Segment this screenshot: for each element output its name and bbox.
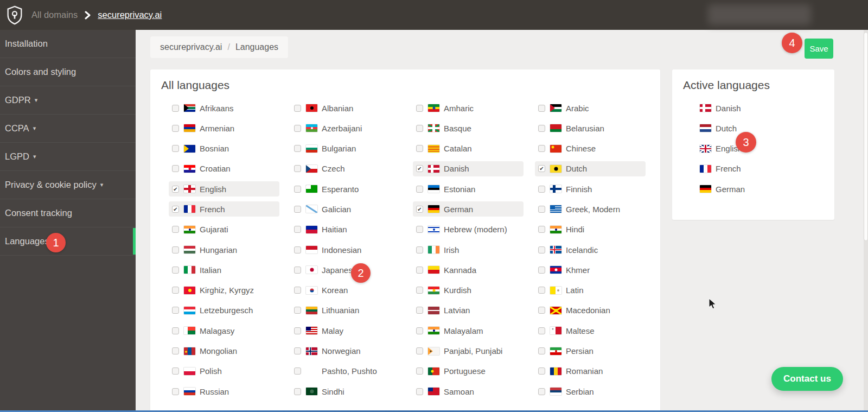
language-row[interactable]: Japanese [291, 262, 401, 277]
language-row[interactable]: Indonesian [291, 242, 401, 257]
language-checkbox[interactable] [538, 367, 545, 375]
language-row[interactable]: Bulgarian [291, 141, 401, 156]
language-row[interactable]: Sindhi [291, 384, 401, 399]
language-row[interactable]: Letzeburgesch [169, 303, 279, 318]
language-checkbox[interactable] [416, 105, 423, 112]
language-row[interactable]: Galician [291, 201, 401, 217]
sidebar-item-installation[interactable]: Installation [0, 30, 136, 58]
language-checkbox[interactable] [538, 125, 545, 132]
language-row[interactable]: Samoan [413, 384, 524, 399]
language-row[interactable]: Chinese [535, 141, 646, 156]
language-row[interactable]: Irish [413, 242, 524, 257]
language-row[interactable]: Kannada [413, 262, 524, 277]
language-row[interactable]: Malay [291, 323, 401, 338]
language-row[interactable]: Korean [291, 283, 401, 298]
language-checkbox[interactable] [538, 388, 545, 395]
breadcrumb-page[interactable]: Languages [235, 42, 278, 52]
language-checkbox[interactable] [172, 145, 179, 152]
language-row[interactable]: Russian [169, 384, 279, 399]
language-checkbox[interactable] [294, 388, 301, 395]
language-row[interactable]: Kirghiz, Kyrgyz [169, 283, 279, 298]
language-checkbox[interactable] [538, 145, 545, 152]
language-checkbox[interactable] [294, 327, 301, 334]
language-checkbox[interactable] [538, 186, 545, 193]
scrollbar-thumb[interactable] [864, 32, 868, 241]
language-row[interactable]: Mongolian [169, 344, 279, 359]
language-checkbox[interactable] [172, 267, 179, 274]
language-checkbox[interactable] [294, 246, 301, 253]
language-row[interactable]: Persian [535, 344, 646, 359]
language-checkbox[interactable] [416, 246, 423, 253]
language-row[interactable]: Serbian [535, 384, 646, 399]
language-row[interactable]: ✔Danish [413, 161, 524, 176]
language-row[interactable]: ✔Dutch [535, 161, 646, 176]
language-checkbox[interactable] [416, 145, 423, 152]
shield-lock-logo-icon[interactable] [4, 5, 25, 26]
language-row[interactable]: Azerbaijani [291, 121, 401, 136]
sidebar-item-ccpa[interactable]: CCPA▾ [0, 115, 136, 143]
language-checkbox[interactable] [538, 226, 545, 233]
language-row[interactable]: Catalan [413, 141, 524, 156]
language-checkbox[interactable] [294, 165, 301, 172]
language-checkbox[interactable] [172, 347, 179, 354]
language-row[interactable]: Italian [169, 262, 279, 277]
language-row[interactable]: Hebrew (modern) [413, 222, 524, 237]
language-checkbox[interactable] [538, 267, 545, 274]
language-checkbox[interactable] [416, 367, 423, 375]
language-checkbox[interactable] [172, 367, 179, 375]
language-row[interactable]: Pashto, Pushto [291, 364, 401, 379]
language-row[interactable]: Polish [169, 364, 279, 379]
language-row[interactable]: Croatian [169, 161, 279, 176]
language-row[interactable]: Portuguese [413, 364, 524, 379]
language-row[interactable]: Afrikaans [169, 100, 279, 116]
language-row[interactable]: Maltese [535, 323, 646, 338]
language-row[interactable]: Latvian [413, 303, 524, 318]
language-checkbox[interactable] [416, 287, 423, 294]
language-row[interactable]: Greek, Modern [535, 201, 646, 217]
language-checkbox[interactable] [538, 347, 545, 354]
language-row[interactable]: Czech [291, 161, 401, 176]
breadcrumb-all-domains[interactable]: All domains [31, 10, 78, 20]
language-row[interactable]: Icelandic [535, 242, 646, 257]
language-checkbox[interactable] [294, 267, 301, 274]
language-checkbox[interactable]: ✔ [172, 206, 179, 213]
sidebar-item-languages[interactable]: Languages [0, 227, 136, 256]
language-checkbox[interactable] [172, 327, 179, 334]
language-checkbox[interactable] [294, 105, 301, 112]
language-checkbox[interactable] [172, 165, 179, 172]
language-row[interactable]: Panjabi, Punjabi [413, 344, 524, 359]
language-checkbox[interactable]: ✔ [416, 206, 423, 213]
language-row[interactable]: Bosnian [169, 141, 279, 156]
language-checkbox[interactable] [294, 206, 301, 213]
language-checkbox[interactable] [172, 105, 179, 112]
language-checkbox[interactable] [294, 307, 301, 314]
language-row[interactable]: Esperanto [291, 181, 401, 197]
language-row[interactable]: Latin [535, 283, 646, 298]
language-row[interactable]: Arabic [535, 100, 646, 116]
contact-us-button[interactable]: Contact us [771, 367, 843, 391]
language-checkbox[interactable] [416, 388, 423, 395]
language-row[interactable]: Belarusian [535, 121, 646, 136]
scrollbar-track[interactable] [864, 30, 868, 412]
language-row[interactable]: Armenian [169, 121, 279, 136]
language-checkbox[interactable] [172, 287, 179, 294]
language-checkbox[interactable] [538, 307, 545, 314]
language-checkbox[interactable] [294, 145, 301, 152]
language-row[interactable]: Norwegian [291, 344, 401, 359]
language-checkbox[interactable] [416, 347, 423, 354]
language-checkbox[interactable] [538, 206, 545, 213]
language-checkbox[interactable] [416, 226, 423, 233]
language-row[interactable]: Basque [413, 121, 524, 136]
breadcrumb-domain[interactable]: secureprivacy.ai [160, 42, 222, 52]
language-row[interactable]: Kurdish [413, 283, 524, 298]
language-row[interactable]: Macedonian [535, 303, 646, 318]
save-button[interactable]: Save [805, 39, 833, 59]
language-checkbox[interactable]: ✔ [172, 186, 179, 193]
language-checkbox[interactable] [416, 327, 423, 334]
language-row[interactable]: Albanian [291, 100, 401, 116]
language-checkbox[interactable] [294, 367, 301, 375]
breadcrumb-current-domain[interactable]: secureprivacy.ai [98, 10, 162, 20]
language-checkbox[interactable] [172, 125, 179, 132]
language-row[interactable]: ✔English [169, 181, 279, 197]
sidebar-item-colors-and-styling[interactable]: Colors and styling [0, 58, 136, 86]
